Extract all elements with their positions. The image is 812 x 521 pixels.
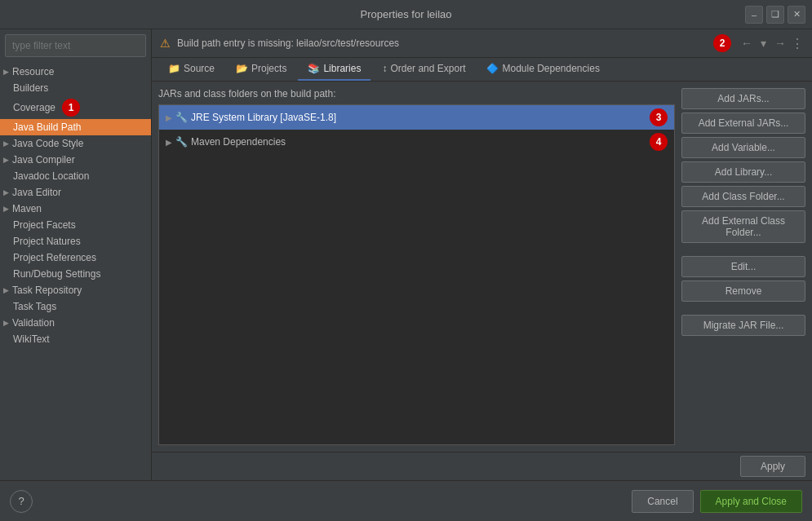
arrow-icon: ▶ xyxy=(3,319,9,327)
remove-button[interactable]: Remove xyxy=(681,280,805,302)
sidebar-item-label: Project References xyxy=(13,252,96,263)
sidebar: ▶ Resource Builders Coverage 1 Java Buil… xyxy=(0,29,152,480)
window-title: Properties for leilao xyxy=(361,8,452,20)
tab-libraries[interactable]: 📚 Libraries xyxy=(298,58,371,81)
tree-list: ▶ 🔧 JRE System Library [JavaSE-1.8] 3 ▶ … xyxy=(158,104,675,445)
sidebar-item-label: Maven xyxy=(12,203,42,214)
warning-bar: ⚠ Build path entry is missing: leilao/sr… xyxy=(152,29,812,58)
sidebar-item-run-debug[interactable]: Run/Debug Settings xyxy=(0,266,151,282)
annotation-4: 4 xyxy=(650,133,668,151)
maximize-button[interactable]: ❑ xyxy=(766,6,784,24)
edit-button[interactable]: Edit... xyxy=(681,256,805,277)
sidebar-item-resource[interactable]: ▶ Resource xyxy=(0,64,151,80)
sidebar-item-java-editor[interactable]: ▶ Java Editor xyxy=(0,184,151,201)
sidebar-item-label: Task Repository xyxy=(12,285,82,296)
tab-order-export-label: Order and Export xyxy=(390,63,465,74)
sidebar-item-task-repository[interactable]: ▶ Task Repository xyxy=(0,282,151,298)
right-panel: ⚠ Build path entry is missing: leilao/sr… xyxy=(152,29,812,480)
sidebar-item-project-natures[interactable]: Project Natures xyxy=(0,233,151,249)
migrate-jar-button[interactable]: Migrate JAR File... xyxy=(681,315,805,336)
tab-bar: 📁 Source 📂 Projects 📚 Libraries ↕ Order … xyxy=(152,58,812,82)
add-library-button[interactable]: Add Library... xyxy=(681,161,805,183)
filter-input[interactable] xyxy=(5,34,146,57)
maven-icon: 🔧 xyxy=(175,136,188,148)
main-container: ▶ Resource Builders Coverage 1 Java Buil… xyxy=(0,29,812,521)
sidebar-item-coverage[interactable]: Coverage 1 xyxy=(0,96,151,119)
module-dep-tab-icon: 🔷 xyxy=(486,63,499,74)
tree-expand-icon: ▶ xyxy=(166,138,172,147)
sidebar-item-label: Project Natures xyxy=(13,236,81,247)
tab-module-dep-label: Module Dependencies xyxy=(502,63,599,74)
arrow-icon: ▶ xyxy=(3,286,9,294)
sidebar-item-label: Validation xyxy=(12,317,55,329)
tab-libraries-label: Libraries xyxy=(323,63,361,74)
sidebar-item-wikitext[interactable]: WikiText xyxy=(0,331,151,347)
sidebar-item-label: Project Facets xyxy=(13,219,76,231)
jre-icon: 🔧 xyxy=(175,112,188,123)
cancel-button[interactable]: Cancel xyxy=(632,490,693,513)
sidebar-item-java-code-style[interactable]: ▶ Java Code Style xyxy=(0,135,151,152)
add-external-jars-button[interactable]: Add External JARs... xyxy=(681,113,805,134)
sidebar-item-project-references[interactable]: Project References xyxy=(0,249,151,266)
tab-projects-label: Projects xyxy=(251,63,286,74)
sidebar-item-builders[interactable]: Builders xyxy=(0,80,151,96)
warning-icon: ⚠ xyxy=(160,37,171,50)
sidebar-item-javadoc-location[interactable]: Javadoc Location xyxy=(0,168,151,184)
sidebar-item-label: WikiText xyxy=(13,333,50,345)
nav-back-button[interactable]: ← xyxy=(738,35,756,51)
tab-module-dependencies[interactable]: 🔷 Module Dependencies xyxy=(477,58,609,81)
apply-button[interactable]: Apply xyxy=(740,456,805,477)
nav-forward-button[interactable]: → xyxy=(771,35,789,51)
sidebar-item-java-compiler[interactable]: ▶ Java Compiler xyxy=(0,152,151,168)
add-external-class-folder-button[interactable]: Add External Class Folder... xyxy=(681,210,805,243)
sidebar-item-label: Resource xyxy=(12,66,54,77)
sidebar-item-label: Java Build Path xyxy=(13,121,81,133)
help-icon[interactable]: ? xyxy=(10,490,33,513)
close-button[interactable]: ✕ xyxy=(788,6,805,24)
sidebar-item-label: Task Tags xyxy=(13,301,56,312)
arrow-icon: ▶ xyxy=(3,139,9,148)
sidebar-item-label: Coverage xyxy=(13,102,55,113)
tree-item-maven-label: Maven Dependencies xyxy=(191,136,286,148)
tab-source[interactable]: 📁 Source xyxy=(158,58,224,81)
tab-projects[interactable]: 📂 Projects xyxy=(226,58,296,81)
sidebar-item-task-tags[interactable]: Task Tags xyxy=(0,298,151,315)
sidebar-item-label: Run/Debug Settings xyxy=(13,268,100,280)
tree-item-maven[interactable]: ▶ 🔧 Maven Dependencies 4 xyxy=(159,130,674,154)
sidebar-item-project-facets[interactable]: Project Facets xyxy=(0,217,151,233)
sidebar-item-label: Javadoc Location xyxy=(13,170,89,182)
apply-and-close-button[interactable]: Apply and Close xyxy=(700,490,802,513)
sidebar-item-java-build-path[interactable]: Java Build Path xyxy=(0,119,151,135)
add-jars-button[interactable]: Add JARs... xyxy=(681,88,805,109)
tab-source-label: Source xyxy=(184,63,215,74)
nav-down-button[interactable]: ▾ xyxy=(757,35,770,51)
add-class-folder-button[interactable]: Add Class Folder... xyxy=(681,186,805,207)
apply-row: Apply xyxy=(152,452,812,480)
tree-item-jre[interactable]: ▶ 🔧 JRE System Library [JavaSE-1.8] 3 xyxy=(159,105,674,130)
nav-more-icon[interactable]: ⋮ xyxy=(791,36,804,51)
sidebar-item-label: Java Editor xyxy=(12,187,61,198)
annotation-1: 1 xyxy=(62,99,80,117)
arrow-icon: ▶ xyxy=(3,68,9,76)
build-path-label: JARs and class folders on the build path… xyxy=(158,88,675,99)
sidebar-item-label: Java Code Style xyxy=(12,138,83,149)
arrow-icon: ▶ xyxy=(3,156,9,164)
arrow-icon: ▶ xyxy=(3,205,9,213)
build-path-area: JARs and class folders on the build path… xyxy=(152,82,681,452)
sidebar-item-maven[interactable]: ▶ Maven xyxy=(0,201,151,217)
tree-expand-icon: ▶ xyxy=(166,113,172,122)
add-variable-button[interactable]: Add Variable... xyxy=(681,137,805,158)
sidebar-item-validation[interactable]: ▶ Validation xyxy=(0,315,151,331)
warning-text: Build path entry is missing: leilao/src/… xyxy=(177,38,707,49)
order-export-tab-icon: ↕ xyxy=(382,63,387,74)
content-area: ▶ Resource Builders Coverage 1 Java Buil… xyxy=(0,29,812,480)
minimize-button[interactable]: – xyxy=(745,6,763,24)
title-bar: Properties for leilao – ❑ ✕ xyxy=(0,0,812,29)
annotation-3: 3 xyxy=(650,108,668,126)
sidebar-item-label: Java Compiler xyxy=(12,154,75,166)
sidebar-item-label: Builders xyxy=(13,82,48,94)
tree-item-jre-label: JRE System Library [JavaSE-1.8] xyxy=(191,112,336,123)
buttons-panel: Add JARs... Add External JARs... Add Var… xyxy=(681,82,812,452)
bottom-bar: ? Cancel Apply and Close xyxy=(0,480,812,521)
tab-order-export[interactable]: ↕ Order and Export xyxy=(372,58,475,81)
